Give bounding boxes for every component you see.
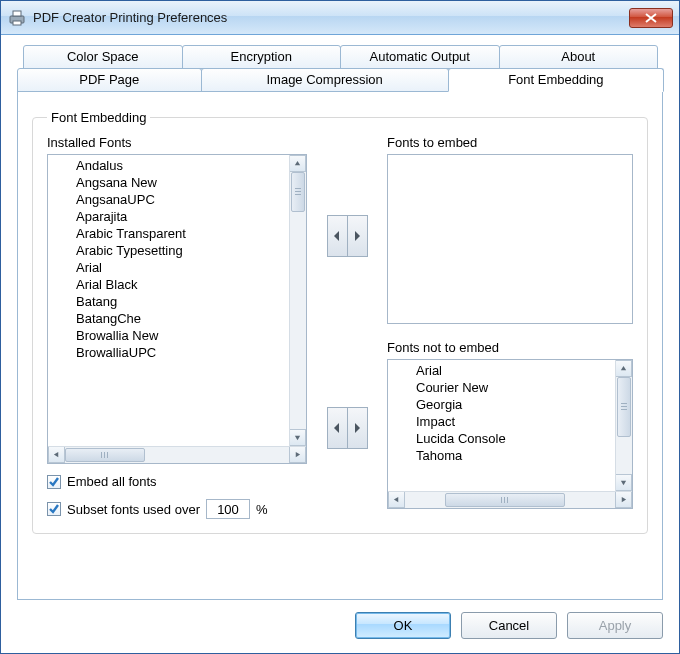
installed-fonts-label: Installed Fonts — [47, 135, 307, 150]
tab-pdf-page[interactable]: PDF Page — [17, 68, 202, 92]
svg-rect-2 — [13, 21, 21, 25]
tab-color-space[interactable]: Color Space — [23, 45, 183, 69]
ok-button[interactable]: OK — [355, 612, 451, 639]
window-title: PDF Creator Printing Preferences — [33, 10, 629, 25]
scrollbar-horizontal[interactable] — [48, 446, 306, 463]
scrollbar-vertical[interactable] — [289, 155, 306, 446]
list-item[interactable]: Lucida Console — [388, 430, 632, 447]
list-item[interactable]: Aparajita — [48, 208, 306, 225]
add-to-embed-button[interactable] — [347, 215, 368, 257]
tab-encryption[interactable]: Encryption — [182, 45, 342, 69]
scroll-left-button[interactable] — [388, 492, 405, 508]
list-item[interactable]: Impact — [388, 413, 632, 430]
list-item[interactable]: Angsana New — [48, 174, 306, 191]
list-item[interactable]: Courier New — [388, 379, 632, 396]
move-to-not-embed-buttons — [325, 407, 369, 449]
remove-from-not-embed-button[interactable] — [327, 407, 348, 449]
tab-panel-font-embedding: Font Embedding Installed Fonts AndalusAn… — [17, 91, 663, 600]
list-item[interactable]: Arial Black — [48, 276, 306, 293]
scrollbar-vertical[interactable] — [615, 360, 632, 491]
tabs: Color Space Encryption Automatic Output … — [17, 45, 663, 92]
scrollbar-horizontal[interactable] — [388, 491, 632, 508]
subset-percent-input[interactable] — [206, 499, 250, 519]
list-item[interactable]: Arial — [48, 259, 306, 276]
scroll-up-button[interactable] — [616, 360, 632, 377]
list-item[interactable]: Andalus — [48, 157, 306, 174]
list-item[interactable]: BatangChe — [48, 310, 306, 327]
font-embedding-group: Font Embedding Installed Fonts AndalusAn… — [32, 110, 648, 534]
list-item[interactable]: Browallia New — [48, 327, 306, 344]
fonts-not-to-embed-label: Fonts not to embed — [387, 340, 633, 355]
fonts-to-embed-label: Fonts to embed — [387, 135, 633, 150]
list-item[interactable]: Arial — [388, 362, 632, 379]
preferences-window: PDF Creator Printing Preferences Color S… — [0, 0, 680, 654]
svg-rect-1 — [13, 11, 21, 16]
scroll-down-button[interactable] — [616, 474, 632, 491]
scroll-right-button[interactable] — [615, 492, 632, 508]
list-item[interactable]: AngsanaUPC — [48, 191, 306, 208]
list-item[interactable]: Batang — [48, 293, 306, 310]
tab-about[interactable]: About — [499, 45, 659, 69]
percent-label: % — [256, 502, 268, 517]
titlebar: PDF Creator Printing Preferences — [1, 1, 679, 35]
fonts-not-to-embed-list[interactable]: ArialCourier NewGeorgiaImpactLucida Cons… — [387, 359, 633, 509]
scroll-up-button[interactable] — [290, 155, 306, 172]
cancel-button[interactable]: Cancel — [461, 612, 557, 639]
tab-font-embedding[interactable]: Font Embedding — [448, 68, 664, 92]
list-item[interactable]: Arabic Transparent — [48, 225, 306, 242]
subset-checkbox[interactable] — [47, 502, 61, 516]
client-area: Color Space Encryption Automatic Output … — [1, 35, 679, 653]
tab-image-compression[interactable]: Image Compression — [201, 68, 449, 92]
group-legend: Font Embedding — [47, 110, 150, 125]
add-to-not-embed-button[interactable] — [347, 407, 368, 449]
printer-icon — [7, 8, 27, 28]
scroll-down-button[interactable] — [290, 429, 306, 446]
close-button[interactable] — [629, 8, 673, 28]
fonts-to-embed-list[interactable] — [387, 154, 633, 324]
list-item[interactable]: BrowalliaUPC — [48, 344, 306, 361]
apply-button[interactable]: Apply — [567, 612, 663, 639]
embed-all-label: Embed all fonts — [67, 474, 157, 489]
scroll-left-button[interactable] — [48, 447, 65, 463]
list-item[interactable]: Arabic Typesetting — [48, 242, 306, 259]
move-to-embed-buttons — [325, 215, 369, 257]
installed-fonts-list[interactable]: AndalusAngsana NewAngsanaUPCAparajitaAra… — [47, 154, 307, 464]
dialog-buttons: OK Cancel Apply — [17, 600, 663, 639]
subset-label: Subset fonts used over — [67, 502, 200, 517]
scroll-right-button[interactable] — [289, 447, 306, 463]
remove-from-embed-button[interactable] — [327, 215, 348, 257]
tab-automatic-output[interactable]: Automatic Output — [340, 45, 500, 69]
list-item[interactable]: Georgia — [388, 396, 632, 413]
embed-all-checkbox[interactable] — [47, 475, 61, 489]
list-item[interactable]: Tahoma — [388, 447, 632, 464]
